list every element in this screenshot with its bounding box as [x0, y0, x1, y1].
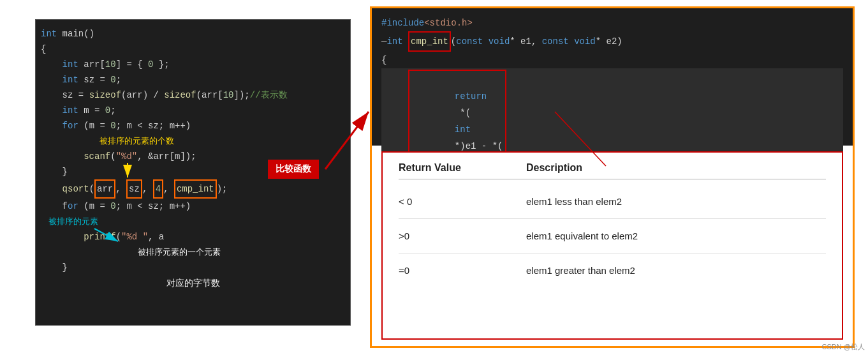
keyword-int: int [41, 26, 57, 42]
cell-return-negative: < 0 [399, 196, 526, 207]
cell-desc-zero: elem1 greater than elem2 [526, 265, 826, 276]
return-value-table: Return Value Description < 0 elem1 less … [381, 151, 843, 340]
header-description: Description [526, 162, 826, 174]
cell-desc-negative: elem1 less than elem2 [526, 196, 826, 207]
compare-func-label: 比较函数 [268, 160, 319, 179]
cell-return-positive: >0 [399, 230, 526, 241]
right-code-section: #include <stdio.h> — int cmp_int ( const… [372, 8, 853, 146]
code-line-sizeof: sz = sizeof (arr) / sizeof (arr[ 10 ]); … [36, 87, 350, 103]
table-row-zero: =0 elem1 greater than elem2 [399, 253, 826, 287]
table-row-negative: < 0 elem1 less than elem2 [399, 185, 826, 219]
code-line-brace3: } [36, 260, 350, 275]
table-header-row: Return Value Description [399, 162, 826, 179]
right-panel: #include <stdio.h> — int cmp_int ( const… [370, 6, 855, 348]
right-line-brace1: { [381, 52, 843, 68]
code-line-sz: int sz = 0 ; [36, 72, 350, 87]
code-line-main: int main() [36, 26, 350, 42]
watermark: CSDN @松人 [822, 342, 865, 352]
right-line-cmpint: — int cmp_int ( const void * e1, const v… [381, 31, 843, 52]
code-line-qsort: qsort ( arr , sz , 4 , cmp_int ); [36, 179, 350, 199]
main-func: main() [57, 26, 94, 42]
code-line-m: int m = 0 ; [36, 103, 350, 118]
code-line-for1: for (m = 0 ; m < sz; m++) [36, 118, 350, 133]
annotation-one-element: 被排序元素的一个元素 [36, 245, 350, 260]
annotation-sorted-element: 被排序的元素 [36, 214, 350, 229]
code-line-arr: int arr[ 10 ] = { 0 }; [36, 57, 350, 72]
code-line-printf: printf ( "%d " , a [36, 229, 350, 245]
header-return-value: Return Value [399, 162, 526, 174]
right-line-include: #include <stdio.h> [381, 15, 843, 31]
annotation-sorted-count: 被排序的元素的个数 [36, 133, 350, 149]
left-code-content: int main() { int arr[ 10 ] = { 0 }; int … [36, 20, 350, 297]
annotation-byte-count: 对应的字节数 [36, 275, 350, 291]
cell-desc-positive: elem1 equivalent to elem2 [526, 230, 826, 241]
code-line-for2: f or (m = 0 ; m < sz; m++) [36, 199, 350, 214]
code-line-brace1: { [36, 42, 350, 57]
table-row-positive: >0 elem1 equivalent to elem2 [399, 219, 826, 253]
cell-return-zero: =0 [399, 265, 526, 276]
